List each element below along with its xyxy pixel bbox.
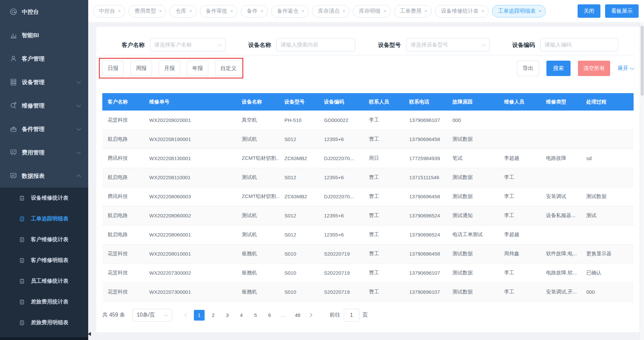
tab-device-repair-stats[interactable]: 设备维修统计表× (435, 5, 489, 17)
export-button[interactable]: 导出 (517, 61, 539, 76)
sidebar-subitem-travel-cost-detail[interactable]: 差旅费用明细表 (0, 312, 88, 333)
scrollbar-thumb[interactable] (641, 25, 644, 96)
tab-console[interactable]: 中控台× (93, 5, 125, 17)
board-display-button[interactable]: 看板展示 (605, 4, 639, 18)
tab-cost-type[interactable]: 费用类型× (128, 5, 166, 17)
table-cell: sd (581, 149, 634, 168)
page-button-6[interactable]: 6 (264, 310, 275, 321)
report-button-daily[interactable]: 日报 (102, 61, 124, 76)
report-button-weekly[interactable]: 周报 (130, 61, 152, 76)
sidebar-subitem-customer-repair-detail[interactable]: 客户维修明细表 (0, 250, 88, 271)
order-number-link[interactable]: WX202209020001 (144, 111, 236, 130)
spareparts-icon (9, 125, 17, 133)
sidebar-item-label: 智能BI (22, 31, 39, 39)
report-button-custom[interactable]: 自定义 (215, 61, 242, 76)
page-size-select[interactable]: 10条/页 (132, 309, 172, 322)
column-header: 联系人员 (364, 93, 404, 111)
tab-spareparts-return[interactable]: 备件返仓× (271, 5, 309, 17)
report-button-yearly[interactable]: 年报 (187, 61, 208, 76)
order-number-link[interactable]: WX202207300001 (144, 282, 236, 301)
tab-warehouse[interactable]: 仓库× (169, 5, 196, 17)
order-number-link[interactable]: WX202208060001 (144, 225, 236, 244)
table-cell (581, 111, 634, 130)
tab-workorder-cost[interactable]: 工单费用× (394, 5, 432, 17)
table-cell: 12355+6 (319, 168, 364, 187)
page-button-46[interactable]: 46 (292, 310, 303, 321)
page-button-4[interactable]: 4 (236, 310, 247, 321)
order-number-link[interactable]: WX202208190001 (144, 130, 236, 149)
table-cell: 13790696458 (404, 244, 447, 263)
sidebar-subitem-label: 客户维修明细表 (31, 257, 68, 264)
close-icon[interactable]: × (230, 9, 233, 13)
sidebar-item-device-mgmt[interactable]: 设备管理 (0, 70, 88, 94)
device-name-input[interactable] (281, 42, 351, 48)
close-icon[interactable]: × (189, 9, 192, 13)
sidebar-subitem-workorder-tracking-detail[interactable]: 工单追踪明细表 (0, 208, 88, 229)
close-icon[interactable]: × (482, 9, 484, 13)
table-cell: 测试通知 (447, 206, 499, 225)
order-number-link[interactable]: WX202207300002 (144, 263, 236, 282)
device-code-input[interactable] (545, 42, 614, 48)
pager-ellipsis[interactable]: ... (278, 310, 289, 321)
clear-all-button[interactable]: 清空所有 (578, 61, 610, 76)
table-cell (541, 111, 581, 130)
sidebar-item-cost-mgmt[interactable]: 费用管理 (0, 141, 88, 164)
table-cell: S20220719 (319, 282, 364, 301)
table-cell: S010 (279, 244, 319, 263)
tab-spareparts-approval[interactable]: 备件审批× (200, 5, 237, 17)
customer-select[interactable]: 请选择客户名称 (150, 38, 225, 52)
table-cell: 周炜鑫 (499, 244, 541, 263)
tab-workorder-tracking-detail[interactable]: 工单追踪明细表× (492, 5, 546, 17)
customer-label: 客户名称 (122, 41, 145, 49)
expand-toggle[interactable]: 展开 (618, 65, 634, 72)
sidebar-item-spareparts-mgmt[interactable]: 备件管理 (0, 117, 88, 141)
order-number-link[interactable]: WX202208010001 (144, 244, 236, 263)
close-icon[interactable]: × (118, 9, 121, 13)
table-cell: ZCMT铝材切割... (236, 149, 279, 168)
close-icon[interactable]: × (302, 9, 304, 13)
order-number-link[interactable]: WX202208110001 (144, 168, 236, 187)
sidebar-item-data-reports[interactable]: 数据报表 (0, 164, 88, 188)
goto-page-input[interactable] (344, 309, 359, 322)
prev-page-button[interactable] (181, 310, 192, 321)
sidebar-subitem-employee-repair-stats[interactable]: 员工维修统计表 (0, 271, 88, 291)
close-icon[interactable]: × (261, 9, 263, 13)
close-icon[interactable]: × (539, 9, 541, 13)
sidebar-item-customer-mgmt[interactable]: 客户管理 (0, 47, 88, 70)
vertical-scrollbar[interactable] (640, 22, 644, 340)
device-model-select[interactable]: 请选择设备型号 (406, 38, 489, 52)
sidebar-item-console[interactable]: 中控台 (0, 0, 88, 23)
order-number-link[interactable]: WX202208060002 (144, 206, 236, 225)
close-button[interactable]: 关闭 (578, 4, 600, 18)
page-button-1[interactable]: 1 (194, 310, 205, 321)
close-icon[interactable]: × (383, 9, 386, 13)
tab-inventory-check[interactable]: 库存清点× (312, 5, 350, 17)
repair-icon (9, 101, 17, 110)
sidebar-subitem-travel-cost-stats[interactable]: 差旅费用统计表 (0, 291, 88, 312)
order-number-link[interactable]: WX202208060003 (144, 187, 236, 206)
sidebar-item-repair-mgmt[interactable]: 维修管理 (0, 94, 88, 117)
close-icon[interactable]: × (159, 9, 162, 13)
close-icon[interactable]: × (425, 9, 427, 13)
notebook-icon (19, 278, 25, 284)
close-icon[interactable]: × (342, 9, 345, 13)
page-button-5[interactable]: 5 (250, 310, 261, 321)
table-cell: 腾讯科技 (102, 149, 144, 168)
sidebar-collapse-icon[interactable] (88, 332, 91, 336)
sidebar-subitem-device-repair-stats[interactable]: 设备维修统计表 (0, 188, 88, 208)
table-cell: 花篮科技 (102, 111, 144, 130)
sidebar-subitem-customer-repair-stats[interactable]: 客户维修统计表 (0, 229, 88, 250)
tab-inventory-detail[interactable]: 库存明细× (353, 5, 390, 17)
next-page-button[interactable] (305, 310, 316, 321)
page-button-3[interactable]: 3 (222, 310, 233, 321)
table-cell: 曹工 (364, 130, 404, 149)
search-button[interactable]: 搜索 (546, 61, 571, 76)
table-cell: S012 (279, 130, 319, 149)
notebook-icon (19, 320, 25, 326)
sidebar-bottom-scrollbar[interactable] (0, 337, 88, 340)
sidebar-item-smart-bi[interactable]: 智能BI (0, 23, 88, 47)
order-number-link[interactable]: WX202208130001 (144, 149, 236, 168)
report-button-monthly[interactable]: 月报 (159, 61, 180, 76)
page-button-2[interactable]: 2 (208, 310, 219, 321)
tab-spareparts[interactable]: 备件× (241, 5, 268, 17)
